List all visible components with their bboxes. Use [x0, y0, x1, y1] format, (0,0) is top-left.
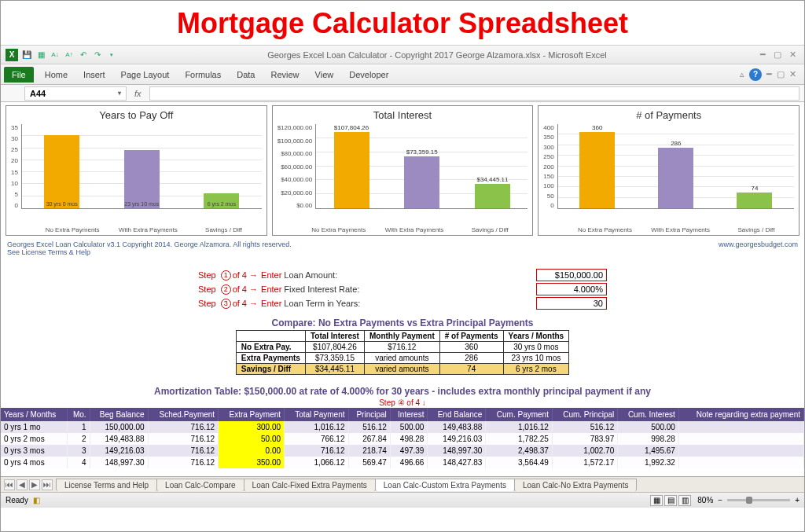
tab-home[interactable]: Home: [37, 67, 75, 83]
help-icon[interactable]: ?: [749, 68, 762, 81]
tab-review[interactable]: Review: [263, 67, 307, 83]
table-cell[interactable]: [678, 421, 803, 433]
window-restore-icon[interactable]: ▢: [777, 69, 785, 79]
website-link[interactable]: www.georgesbudget.com: [719, 240, 798, 256]
table-cell[interactable]: 500.00: [618, 421, 679, 433]
table-cell[interactable]: 1,572.17: [552, 457, 617, 468]
table-cell[interactable]: 516.12: [552, 421, 617, 433]
formula-input[interactable]: [149, 86, 799, 101]
table-cell[interactable]: 1,002.70: [552, 445, 617, 457]
zoom-in-icon[interactable]: +: [795, 496, 799, 504]
table-cell[interactable]: 500.00: [390, 421, 428, 433]
zoom-percent[interactable]: 80%: [697, 496, 713, 504]
minimize-icon[interactable]: ━: [760, 50, 766, 60]
name-box[interactable]: A44 ▾: [24, 86, 127, 101]
table-cell[interactable]: 716.12: [148, 445, 219, 457]
table-cell[interactable]: 0 yrs 2 mos: [1, 433, 67, 445]
table-cell[interactable]: 148,997.30: [90, 457, 148, 468]
sheet-tab[interactable]: Loan Calc-Custom Extra Payments: [375, 479, 515, 491]
table-cell[interactable]: 497.39: [390, 445, 428, 457]
table-cell[interactable]: 766.12: [285, 433, 348, 445]
table-icon[interactable]: ▦: [35, 50, 46, 61]
fx-icon[interactable]: fx: [134, 89, 142, 98]
table-cell[interactable]: 1,016.12: [486, 421, 553, 433]
tab-file[interactable]: File: [4, 67, 34, 83]
table-cell[interactable]: 569.47: [348, 457, 390, 468]
tab-developer[interactable]: Developer: [341, 67, 396, 83]
table-cell[interactable]: 0 yrs 3 mos: [1, 445, 67, 457]
sort-az-icon[interactable]: A↓: [50, 50, 61, 61]
tab-view[interactable]: View: [307, 67, 342, 83]
next-sheet-icon[interactable]: ▶: [29, 479, 40, 490]
loan-term-input[interactable]: [536, 297, 607, 310]
interest-rate-input[interactable]: [536, 283, 607, 295]
table-cell[interactable]: 1,066.12: [285, 457, 348, 468]
table-cell[interactable]: 148,427.83: [428, 457, 486, 468]
zoom-slider[interactable]: [727, 499, 790, 501]
table-cell[interactable]: 516.12: [348, 421, 390, 433]
window-close-icon[interactable]: ✕: [789, 69, 796, 79]
table-cell[interactable]: 149,483.88: [428, 421, 486, 433]
table-cell[interactable]: 3: [67, 445, 90, 457]
table-cell[interactable]: 150,000.00: [90, 421, 148, 433]
undo-icon[interactable]: ↶: [78, 50, 89, 61]
ribbon-minimize-icon[interactable]: ▵: [740, 69, 744, 79]
table-cell[interactable]: 716.12: [148, 421, 219, 433]
close-icon[interactable]: ✕: [789, 50, 796, 60]
table-cell[interactable]: 783.97: [552, 433, 617, 445]
normal-view-icon[interactable]: ▦: [650, 495, 663, 506]
table-cell[interactable]: 716.12: [148, 457, 219, 468]
sheet-tab[interactable]: Loan Calc-No Extra Payments: [514, 479, 638, 491]
table-cell[interactable]: 0.00: [219, 445, 285, 457]
zoom-out-icon[interactable]: −: [718, 496, 722, 504]
table-cell[interactable]: [678, 433, 803, 445]
table-cell[interactable]: [678, 457, 803, 468]
table-cell[interactable]: 998.28: [618, 433, 679, 445]
sheet-tab[interactable]: Loan Calc-Fixed Extra Payments: [244, 479, 376, 491]
table-cell[interactable]: 1,016.12: [285, 421, 348, 433]
table-cell[interactable]: 2,498.37: [486, 445, 553, 457]
worksheet[interactable]: Years to Pay Off3530252015105030 yrs 0 m…: [1, 102, 804, 476]
table-cell[interactable]: 2: [67, 433, 90, 445]
sort-za-icon[interactable]: A↑: [64, 50, 75, 61]
table-cell[interactable]: 4: [67, 457, 90, 468]
table-cell[interactable]: 0 yrs 1 mo: [1, 421, 67, 433]
table-cell[interactable]: 1,992.32: [618, 457, 679, 468]
table-cell[interactable]: 1,782.25: [486, 433, 553, 445]
qat-dropdown-icon[interactable]: ▾: [106, 50, 117, 61]
chevron-down-icon[interactable]: ▾: [118, 90, 121, 97]
table-cell[interactable]: 267.84: [348, 433, 390, 445]
maximize-icon[interactable]: ▢: [774, 50, 781, 60]
table-cell[interactable]: 149,216.03: [90, 445, 148, 457]
table-cell[interactable]: [678, 445, 803, 457]
prev-sheet-icon[interactable]: ◀: [17, 479, 28, 490]
table-cell[interactable]: 716.12: [285, 445, 348, 457]
table-cell[interactable]: 350.00: [219, 457, 285, 468]
save-icon[interactable]: 💾: [21, 50, 32, 61]
tab-insert[interactable]: Insert: [75, 67, 113, 83]
redo-icon[interactable]: ↷: [92, 50, 103, 61]
table-cell[interactable]: 498.28: [390, 433, 428, 445]
table-cell[interactable]: 496.66: [390, 457, 428, 468]
page-layout-view-icon[interactable]: ▤: [664, 495, 677, 506]
table-cell[interactable]: 3,564.49: [486, 457, 553, 468]
window-minimize-icon[interactable]: ━: [766, 69, 772, 79]
tab-page-layout[interactable]: Page Layout: [113, 67, 178, 83]
last-sheet-icon[interactable]: ⏭: [42, 479, 53, 490]
tab-formulas[interactable]: Formulas: [177, 67, 229, 83]
table-cell[interactable]: 1,495.67: [618, 445, 679, 457]
table-cell[interactable]: 0 yrs 4 mos: [1, 457, 67, 468]
table-cell[interactable]: 148,997.30: [428, 445, 486, 457]
table-cell[interactable]: 1: [67, 421, 90, 433]
sheet-tab[interactable]: Loan Calc-Compare: [156, 479, 244, 491]
first-sheet-icon[interactable]: ⏮: [4, 479, 15, 490]
table-cell[interactable]: 50.00: [219, 433, 285, 445]
table-cell[interactable]: 218.74: [348, 445, 390, 457]
license-link[interactable]: See License Terms & Help: [7, 248, 292, 256]
loan-amount-input[interactable]: [536, 269, 607, 281]
table-cell[interactable]: 716.12: [148, 433, 219, 445]
table-cell[interactable]: 149,483.88: [90, 433, 148, 445]
table-cell[interactable]: 149,216.03: [428, 433, 486, 445]
sheet-tab[interactable]: License Terms and Help: [56, 479, 157, 491]
table-cell[interactable]: 300.00: [219, 421, 285, 433]
